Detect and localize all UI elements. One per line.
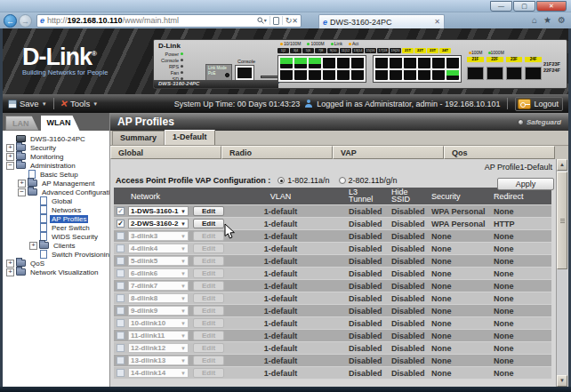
port-active-icon (446, 70, 459, 81)
folder-icon (16, 162, 26, 169)
sidebar-item-ap-profiles[interactable]: AP Profiles (3, 214, 109, 223)
edit-button: Edit (193, 306, 224, 316)
table-row: 3-dlink3▼Edit1-defaultDisabledDisabledNo… (114, 229, 551, 242)
device-model-label: DWS-3160-24PC (154, 80, 278, 88)
sidebar-tab-lan[interactable]: LAN (5, 116, 39, 131)
network-name: 4-dlink4 (131, 244, 157, 252)
sidebar-tab-wlan[interactable]: WLAN (41, 116, 80, 131)
maximize-button[interactable]: ▢ (513, 1, 535, 12)
back-button[interactable]: ← (4, 14, 17, 28)
sidebar-item-network-visualization[interactable]: +Network Visualization (3, 268, 109, 276)
tree-item-label: Basic Setup (38, 171, 80, 179)
sidebar-item-clients[interactable]: +Clients (3, 241, 109, 250)
stop-icon[interactable]: ✕ (292, 17, 298, 25)
network-select[interactable]: 2-DWS-3160-2▼ (128, 219, 189, 228)
redirect-cell: None (492, 282, 551, 291)
expand-icon[interactable]: + (6, 153, 14, 161)
subtab-radio[interactable]: Radio (221, 146, 333, 159)
sidebar-item-peer-switch[interactable]: Peer Switch (3, 223, 109, 232)
scroll-up-icon[interactable]: ▲ (557, 159, 567, 171)
radio-label: 1-802.11a/n (287, 176, 329, 185)
subtab-vap[interactable]: VAP (333, 146, 444, 159)
browser-tab[interactable]: e DWS-3160-24PC ✕ (318, 14, 445, 28)
scroll-down-icon[interactable]: ▼ (557, 375, 567, 387)
tab-1-default[interactable]: 1-Default (165, 130, 215, 145)
expand-icon[interactable]: + (6, 268, 14, 276)
scrollbar-thumb[interactable] (557, 172, 567, 269)
led-power: Power (161, 51, 183, 57)
radio-option-1-802-11a-n[interactable]: 1-802.11a/n (277, 176, 329, 185)
header-security: Security (430, 192, 492, 201)
hide-cell: Disabled (390, 220, 430, 228)
edit-button[interactable]: Edit (193, 206, 224, 216)
network-cell: 3-dlink3▼Edit (114, 231, 247, 241)
sidebar-item-networks[interactable]: Networks (3, 205, 109, 214)
vlan-cell: 1-default (247, 282, 314, 291)
port-pair-label: 9|10 (327, 48, 339, 53)
sidebar-item-ap-management[interactable]: +AP Management (3, 179, 109, 188)
address-bar[interactable]: e http://192.168.10.110/www/main.html ▾ … (36, 14, 302, 28)
network-name: 12-dlink12 (131, 344, 165, 352)
legend-dot-icon (469, 52, 471, 54)
subtab-qos[interactable]: Qos (444, 146, 555, 159)
network-select: 7-dlink7▼ (128, 281, 189, 291)
sidebar-item-wids-security[interactable]: WIDS Security (3, 232, 109, 241)
tools-menu[interactable]: ✕ Tools▼ (60, 99, 99, 108)
tree-item-label: Security (28, 144, 58, 152)
expand-icon[interactable]: + (18, 180, 26, 188)
row-checkbox (117, 282, 125, 290)
sidebar-item-administration[interactable]: −Administration (3, 161, 109, 170)
favorites-icon[interactable]: ★ (543, 14, 551, 27)
port-pair-label: 3|4 (290, 48, 302, 53)
compatibility-view-icon[interactable] (273, 17, 279, 25)
expand-icon[interactable]: + (6, 260, 14, 268)
sidebar-item-advanced-configuration[interactable]: −Advanced Configuration (3, 188, 109, 196)
redirect-cell: None (492, 369, 551, 378)
header-vlan: VLAN (247, 192, 314, 201)
collapse-icon[interactable]: − (6, 162, 14, 170)
radio-unselected-icon[interactable] (339, 177, 346, 184)
close-button[interactable]: ✕ (536, 1, 567, 12)
save-menu[interactable]: Save▼ (8, 99, 47, 108)
tools-icon: ✕ (60, 98, 68, 108)
edit-button: Edit (193, 293, 224, 303)
sidebar-item-basic-setup[interactable]: Basic Setup (3, 170, 109, 179)
hide-cell: Disabled (390, 257, 430, 266)
subtab-global[interactable]: Global (110, 146, 221, 159)
header-redirect: Redirect (492, 192, 551, 201)
network-cell: 8-dlink8▼Edit (114, 293, 247, 303)
tab-summary[interactable]: Summary (112, 131, 165, 145)
tab-close-icon[interactable]: ✕ (434, 18, 440, 26)
radio-option-2-802-11b-g-n[interactable]: 2-802.11b/g/n (339, 176, 398, 185)
expand-icon[interactable]: + (29, 242, 37, 250)
tree-item-label: AP Management (40, 180, 96, 188)
folder-icon (28, 180, 37, 187)
settings-icon[interactable]: ⚙ (558, 14, 566, 27)
content-scrollbar[interactable]: ▲ ▼ (556, 159, 567, 387)
apply-button[interactable]: Apply (497, 178, 554, 190)
minimize-button[interactable]: — (490, 1, 512, 12)
forward-button[interactable]: → (19, 14, 32, 28)
search-caret-icon[interactable]: ▾ (264, 17, 267, 25)
expand-icon[interactable]: + (6, 144, 14, 152)
search-icon[interactable] (257, 17, 264, 24)
sfp-port-icon (525, 67, 542, 80)
row-checkbox[interactable]: ✓ (117, 220, 125, 228)
redirect-cell: None (492, 307, 551, 316)
vlan-cell: 1-default (247, 307, 314, 316)
sidebar-item-global[interactable]: Global (3, 196, 109, 205)
collapse-icon[interactable]: − (18, 188, 26, 196)
security-cell: None (430, 232, 492, 241)
table-row: ✓2-DWS-3160-2▼Edit1-defaultDisabledDisab… (114, 217, 551, 229)
refresh-icon[interactable]: ↻ (286, 17, 293, 25)
edit-button[interactable]: Edit (193, 219, 224, 228)
row-checkbox (117, 356, 125, 364)
sfp-speed-legend: 100M1000M (467, 50, 504, 55)
radio-selected-icon[interactable] (277, 177, 285, 184)
network-select[interactable]: 1-DWS-3160-1▼ (128, 206, 189, 216)
logout-button[interactable]: Logout (515, 97, 563, 111)
home-icon[interactable]: ⌂ (532, 14, 537, 27)
page-title: AP Profiles (117, 116, 174, 128)
row-checkbox[interactable]: ✓ (117, 207, 125, 215)
hide-cell: Disabled (390, 282, 430, 291)
